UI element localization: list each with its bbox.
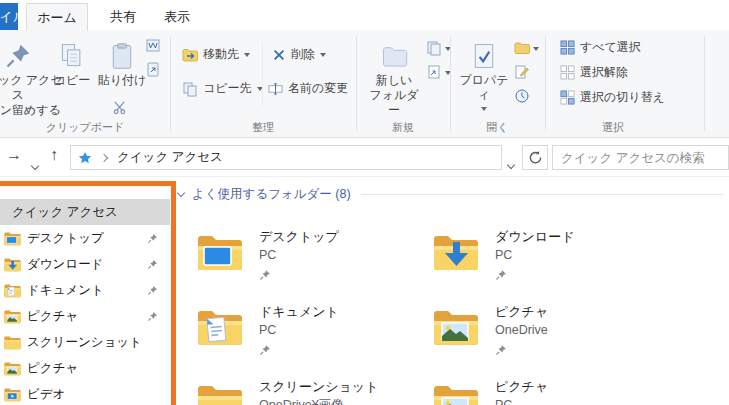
sidebar-item-videos[interactable]: ビデオ [0, 381, 170, 405]
select-none-icon [560, 65, 575, 80]
sidebar-item-downloads[interactable]: ダウンロード [0, 251, 170, 277]
tile-name: ピクチャ [495, 303, 548, 321]
picture-folder-icon [433, 307, 479, 360]
copy-icon [50, 34, 94, 70]
tab-share[interactable]: 共有 [96, 3, 150, 30]
pin-icon [147, 233, 158, 244]
sidebar-item-quick-access[interactable]: クイック アクセス [0, 199, 170, 225]
group-divider [356, 36, 357, 131]
new-item-icon [426, 40, 442, 56]
tile-name: スクリーンショット [259, 378, 378, 396]
properties-label: プロパティ [456, 73, 512, 103]
tile-location: PC [495, 246, 575, 264]
tile-location: PC [259, 246, 339, 264]
open-folder-icon [514, 40, 530, 56]
tile-name: デスクトップ [259, 228, 339, 246]
sidebar-item-screenshots[interactable]: スクリーンショット [0, 329, 170, 355]
up-button[interactable]: ↑ [50, 146, 58, 164]
up-arrow-icon: ↑ [50, 146, 58, 163]
folder-tile-pictures-onedrive[interactable]: ピクチャ OneDrive [433, 303, 548, 360]
tile-name: ドキュメント [259, 303, 339, 321]
folder-icon [4, 335, 21, 350]
cut-button[interactable] [112, 100, 127, 115]
sidebar-item-pictures[interactable]: ピクチャ [0, 303, 170, 329]
picture-folder-icon [4, 361, 21, 376]
tab-view[interactable]: 表示 [150, 3, 204, 30]
open-group-label: 開く [450, 120, 545, 135]
select-group-label: 選択 [548, 120, 678, 135]
pin-label-line2: にピン留めする [0, 103, 66, 118]
shortcut-button[interactable] [426, 64, 451, 80]
delete-button[interactable]: 削除 [272, 46, 326, 63]
group-header[interactable]: よく使用するフォルダー (8) [178, 186, 723, 203]
shortcut-icon [426, 64, 442, 80]
quick-access-star-icon [78, 151, 92, 165]
pin-icon [147, 311, 158, 322]
sidebar-item-label: ピクチャ [27, 360, 170, 377]
new-item-button[interactable] [426, 40, 451, 56]
pin-icon [495, 342, 548, 360]
tile-location: OneDrive [495, 321, 548, 339]
invert-selection-button[interactable]: 選択の切り替え [560, 89, 665, 106]
collapse-chevron-icon [177, 189, 185, 197]
edit-button[interactable] [514, 64, 530, 80]
navigation-pane: クイック アクセス デスクトップ ダウンロード ドキュメント ピクチャ スクリー… [0, 177, 170, 405]
tile-location: PC [495, 396, 548, 405]
tile-location: PC [259, 321, 339, 339]
delete-x-icon [272, 48, 286, 62]
copy-path-button[interactable] [145, 38, 161, 54]
folder-tile-screenshots[interactable]: スクリーンショット OneDrive¥画像 [197, 378, 378, 405]
paste-button[interactable]: 貼り付け [96, 34, 148, 88]
paste-icon [96, 34, 148, 70]
move-to-button[interactable]: 移動先 [182, 46, 250, 63]
rename-button[interactable]: 名前の変更 [268, 80, 348, 97]
scissors-icon [112, 100, 127, 115]
desktop-folder-icon [197, 232, 243, 285]
move-to-icon [182, 47, 198, 63]
rename-label: 名前の変更 [288, 80, 348, 97]
tab-share-label: 共有 [110, 8, 136, 26]
ribbon-tab-strip: ファイル ホーム 共有 表示 [0, 0, 729, 30]
address-bar-row: → ↑ クイック アクセス [0, 138, 729, 177]
select-none-button[interactable]: 選択解除 [560, 64, 628, 81]
new-group-label: 新規 [356, 120, 450, 135]
recent-locations-button[interactable] [32, 155, 38, 173]
copy-button[interactable]: コピー [50, 34, 94, 88]
new-folder-icon [364, 34, 424, 70]
pin-icon [495, 267, 575, 285]
tab-file[interactable]: ファイル [0, 3, 18, 30]
pin-icon [259, 342, 339, 360]
inner-divider [262, 42, 263, 106]
folder-content-area: よく使用するフォルダー (8) デスクトップ PC ダウンロード PC ドキュメ… [170, 177, 729, 405]
select-all-label: すべて選択 [580, 39, 641, 56]
new-folder-button[interactable]: 新しい フォルダー [364, 34, 424, 118]
select-none-label: 選択解除 [580, 64, 628, 81]
group-header-label: よく使用するフォルダー (8) [192, 186, 351, 203]
folder-tile-documents[interactable]: ドキュメント PC [197, 303, 339, 360]
chevron-down-icon [507, 161, 515, 169]
picture-folder-icon [4, 309, 21, 324]
address-dropdown-button[interactable] [508, 154, 514, 172]
history-button[interactable] [514, 88, 530, 104]
tab-view-label: 表示 [164, 8, 190, 26]
folder-tile-pictures-pc[interactable]: ピクチャ PC [433, 378, 548, 405]
sidebar-item-pictures-2[interactable]: ピクチャ [0, 355, 170, 381]
copy-to-button[interactable]: コピー先 [182, 80, 263, 97]
sidebar-item-label: スクリーンショット [27, 334, 170, 351]
sidebar-item-desktop[interactable]: デスクトップ [0, 225, 170, 251]
forward-button[interactable]: → [6, 146, 22, 164]
sidebar-item-label: ピクチャ [27, 308, 147, 325]
select-all-button[interactable]: すべて選択 [560, 39, 641, 56]
breadcrumb[interactable]: クイック アクセス [117, 149, 223, 166]
refresh-button[interactable] [522, 145, 548, 170]
search-input[interactable] [553, 146, 728, 169]
address-bar[interactable]: クイック アクセス [70, 145, 502, 170]
paste-shortcut-button[interactable] [145, 61, 161, 77]
tab-home[interactable]: ホーム [26, 3, 88, 31]
folder-tile-downloads[interactable]: ダウンロード PC [433, 228, 575, 285]
properties-button[interactable]: プロパティ [456, 34, 512, 118]
sidebar-item-documents[interactable]: ドキュメント [0, 277, 170, 303]
folder-tile-desktop[interactable]: デスクトップ PC [197, 228, 339, 285]
copy-label: コピー [50, 73, 94, 88]
open-button[interactable] [514, 40, 539, 56]
